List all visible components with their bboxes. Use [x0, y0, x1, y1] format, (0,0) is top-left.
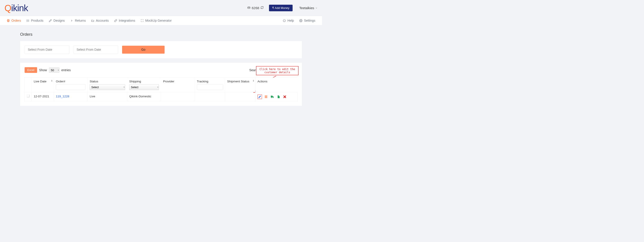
main-content: Orders Go Excel Show 50 entries Search: …	[0, 25, 322, 106]
nav-integrations-label: Integrations	[119, 19, 135, 22]
refresh-icon[interactable]	[260, 6, 264, 10]
logo-q: Q	[4, 3, 11, 13]
wallet-balance[interactable]: 6268	[247, 6, 264, 10]
callout-line1: Click here to edit the	[258, 68, 296, 71]
svg-point-18	[272, 97, 273, 98]
gear-icon	[299, 19, 302, 22]
main-nav: Orders Products Designs Returns Accounts…	[0, 16, 322, 25]
nav-accounts[interactable]: Accounts	[91, 19, 109, 22]
nav-designs-label: Designs	[54, 19, 65, 22]
tracking-filter-input[interactable]	[197, 84, 223, 90]
nav-orders[interactable]: Orders	[7, 19, 21, 22]
topbar: Qikink 6268 ₹ Add Money Teetalkies	[0, 0, 322, 16]
entries-label: entries	[61, 68, 71, 72]
entries-per-page-select[interactable]: 50	[49, 67, 60, 73]
sort-icon: ▲▼	[252, 80, 254, 82]
svg-rect-0	[248, 7, 250, 8]
shipment-icon[interactable]	[270, 95, 274, 99]
rupee-icon: ₹	[272, 6, 274, 9]
shipping-filter-select[interactable]: Select	[129, 84, 159, 90]
nav-help[interactable]: Help	[283, 19, 294, 22]
col-actions: Actions	[255, 78, 298, 92]
link-icon	[114, 19, 117, 22]
add-money-button[interactable]: ₹ Add Money	[269, 5, 292, 11]
annotation-callout: Click here to edit the customer details	[256, 66, 298, 75]
status-filter-select[interactable]: Select	[90, 84, 125, 90]
col-order[interactable]: Order#	[54, 78, 88, 92]
folder-icon	[91, 19, 94, 22]
col-checkbox[interactable]	[24, 78, 32, 92]
to-date-input[interactable]	[73, 46, 118, 54]
col-shipping[interactable]: Shipping Select	[127, 78, 161, 92]
callout-line2: customer details	[258, 71, 296, 74]
pencil-icon	[49, 19, 52, 22]
user-name-label: Teetalkies	[299, 6, 314, 10]
add-money-label: Add Money	[275, 6, 290, 9]
col-status[interactable]: Status Select	[88, 78, 127, 92]
sort-icon: ▲▼	[51, 80, 53, 82]
nav-designs[interactable]: Designs	[49, 19, 65, 22]
chevron-down-icon	[315, 6, 318, 10]
cell-live-date: 12-07-2021	[32, 92, 54, 101]
show-label: Show	[39, 68, 47, 72]
page-title: Orders	[20, 32, 302, 37]
cell-shipping: Qikink-Domestic	[127, 92, 161, 101]
list-icon	[26, 19, 30, 22]
expand-icon	[140, 19, 144, 22]
nav-returns-label: Returns	[75, 19, 86, 22]
chevron-right-icon	[70, 19, 73, 22]
row-select-checkbox[interactable]	[27, 95, 30, 97]
nav-accounts-label: Accounts	[96, 19, 109, 22]
print-icon	[7, 19, 10, 22]
nav-integrations[interactable]: Integrations	[114, 19, 135, 22]
col-live-date[interactable]: Live Date ▲▼	[32, 78, 54, 92]
brand-logo[interactable]: Qikink	[4, 3, 28, 13]
nav-help-label: Help	[288, 19, 294, 22]
cell-shipment-status	[225, 92, 256, 101]
nav-orders-label: Orders	[12, 19, 21, 22]
order-link[interactable]: 119_1228	[56, 95, 69, 98]
svg-point-7	[27, 20, 27, 20]
delete-icon[interactable]	[282, 95, 287, 99]
orders-table: Live Date ▲▼ Order# Status Select	[24, 78, 298, 102]
info-icon	[283, 19, 286, 22]
user-menu[interactable]: Teetalkies	[299, 6, 318, 10]
svg-point-13	[300, 20, 302, 21]
wallet-amount: 6268	[252, 6, 259, 10]
orders-table-panel: Excel Show 50 entries Search: Click here…	[20, 63, 302, 106]
nav-settings[interactable]: Settings	[299, 19, 315, 22]
excel-export-button[interactable]: Excel	[24, 67, 37, 73]
col-shipment-status[interactable]: Shipment Status ▲▼	[225, 78, 256, 92]
invoice-icon[interactable]	[276, 95, 281, 99]
nav-products-label: Products	[31, 19, 44, 22]
nav-products[interactable]: Products	[26, 19, 44, 22]
from-date-input[interactable]	[24, 46, 69, 54]
table-row: 12-07-2021 119_1228 Live Qikink-Domestic	[24, 92, 298, 101]
col-provider[interactable]: Provider	[161, 78, 195, 92]
svg-point-17	[271, 97, 272, 98]
cell-status: Live	[88, 92, 127, 101]
cell-provider	[161, 92, 195, 101]
edit-customer-icon[interactable]	[258, 95, 262, 99]
logo-rest: ikink	[11, 3, 28, 13]
nav-mockup-label: MockUp Generator	[145, 19, 172, 22]
order-details-icon[interactable]	[264, 95, 268, 99]
col-tracking[interactable]: Tracking	[195, 78, 225, 92]
go-button[interactable]: Go	[122, 46, 164, 54]
date-filter-panel: Go	[20, 41, 302, 58]
order-filter-input[interactable]	[56, 84, 86, 90]
svg-point-9	[27, 21, 27, 21]
cell-tracking	[195, 92, 225, 101]
nav-returns[interactable]: Returns	[70, 19, 86, 22]
svg-point-8	[27, 20, 27, 21]
wallet-icon	[247, 6, 250, 10]
nav-mockup[interactable]: MockUp Generator	[140, 19, 172, 22]
nav-settings-label: Settings	[304, 19, 315, 22]
